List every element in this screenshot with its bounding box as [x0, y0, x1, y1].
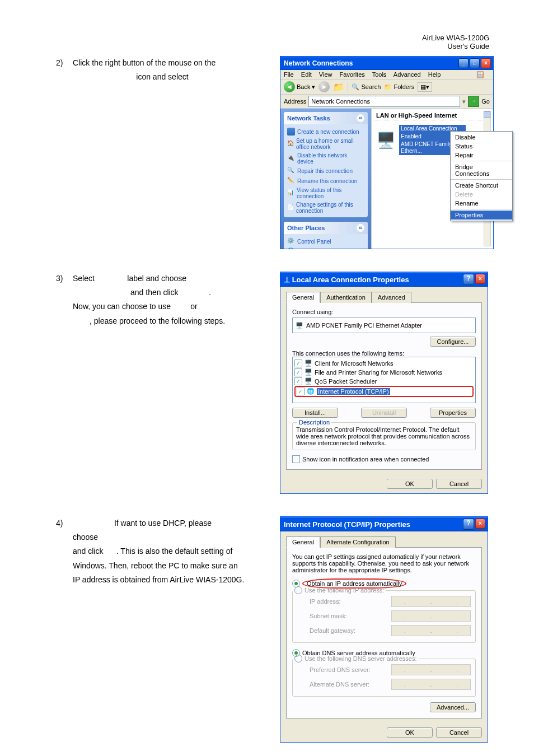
task-home-network[interactable]: 🏠Set up a home or small office network: [287, 137, 364, 151]
alt-dns-field: ...: [391, 679, 471, 690]
show-icon-label: Show icon in notification area when conn…: [302, 456, 429, 463]
step3-text: 3)Select label and choose and then click…: [56, 272, 269, 328]
item-tcpip[interactable]: Internet Protocol (TCP/IP): [317, 388, 390, 395]
other-places-header: Other Places: [287, 225, 325, 231]
task-disable-device[interactable]: 🔌Disable this network device: [287, 151, 364, 166]
tab-general[interactable]: General: [286, 536, 320, 548]
client-icon: 🖥️: [305, 360, 312, 367]
ctx-repair[interactable]: Repair: [451, 151, 512, 160]
step4-text: 4) If want to use DHCP, please choose an…: [56, 516, 269, 587]
checkbox-icon[interactable]: ✓: [294, 360, 302, 367]
task-pane: Network Tasks« Create a new connection 🏠…: [280, 109, 371, 249]
place-network-places[interactable]: 🌐My Network Places: [287, 246, 364, 249]
protocol-icon: 🌐: [307, 388, 315, 395]
menu-help[interactable]: Help: [428, 71, 441, 78]
connections-list: LAN or High-Speed Internet 🖥️ Local Area…: [371, 109, 493, 249]
close-button[interactable]: ×: [475, 519, 485, 529]
cancel-button[interactable]: Cancel: [436, 479, 482, 489]
radio-use-dns[interactable]: [294, 655, 302, 662]
views-button[interactable]: ▦▾: [418, 82, 432, 92]
collapse-icon[interactable]: «: [357, 224, 364, 232]
cancel-button[interactable]: Cancel: [436, 727, 482, 738]
forward-button[interactable]: ►: [318, 81, 330, 92]
ctx-shortcut[interactable]: Create Shortcut: [451, 181, 512, 190]
ok-button[interactable]: OK: [387, 479, 433, 489]
go-button[interactable]: →: [468, 96, 479, 107]
item-qos[interactable]: QoS Packet Scheduler: [315, 378, 377, 385]
help-button[interactable]: ?: [463, 274, 474, 285]
install-button[interactable]: Install...: [292, 408, 338, 418]
menu-edit[interactable]: Edit: [301, 71, 312, 78]
configure-button[interactable]: Configure...: [430, 337, 476, 347]
page-header: AirLive WIAS-1200G User's Guide: [56, 34, 489, 50]
home-icon: 🏠: [287, 140, 294, 148]
menu-view[interactable]: View: [319, 71, 332, 78]
minimize-button[interactable]: _: [458, 58, 469, 68]
ctx-bridge[interactable]: Bridge Connections: [451, 162, 512, 178]
search-button[interactable]: 🔍 Search: [352, 83, 381, 91]
product-name: AirLive WIAS-1200G: [56, 34, 489, 42]
ctx-delete: Delete: [451, 190, 512, 199]
back-button[interactable]: ◄Back ▾: [284, 81, 315, 92]
task-settings[interactable]: 📄Change settings of this connection: [287, 200, 364, 215]
gateway-label: Default gateway:: [310, 627, 355, 634]
ctx-rename[interactable]: Rename: [451, 199, 512, 208]
menu-tools[interactable]: Tools: [372, 71, 387, 78]
description-label: Description: [297, 419, 331, 426]
scrollbar-thumb[interactable]: [484, 111, 490, 118]
ok-button[interactable]: OK: [387, 727, 433, 738]
item-client[interactable]: Client for Microsoft Networks: [315, 360, 394, 367]
subnet-label: Subnet mask:: [310, 613, 347, 619]
menu-favorites[interactable]: Favorites: [340, 71, 365, 78]
network-places-icon: 🌐: [287, 248, 295, 249]
category-header: LAN or High-Speed Internet: [374, 111, 491, 120]
windows-flag-icon: 🪟: [476, 71, 484, 78]
checkbox-icon[interactable]: ✓: [297, 388, 305, 395]
advanced-button[interactable]: Advanced...: [430, 702, 476, 712]
task-status[interactable]: 📊View status of this connection: [287, 186, 364, 200]
connection-icon: ⊥: [284, 276, 290, 284]
network-connections-window: Network Connections _ □ × File Edit View…: [280, 56, 494, 249]
task-create-connection[interactable]: Create a new connection: [287, 127, 364, 137]
task-repair[interactable]: 🔍Repair this connection: [287, 166, 364, 176]
step3-num: 3): [56, 272, 73, 286]
up-button[interactable]: 📁: [333, 82, 344, 92]
item-fileprint[interactable]: File and Printer Sharing for Microsoft N…: [315, 369, 442, 376]
menu-advanced[interactable]: Advanced: [394, 71, 421, 78]
dialog-title: ⊥ Local Area Connection Properties: [284, 276, 409, 284]
ctx-status[interactable]: Status: [451, 142, 512, 151]
rename-icon: ✏️: [287, 177, 295, 185]
task-rename[interactable]: ✏️Rename this connection: [287, 176, 364, 186]
tab-advanced[interactable]: Advanced: [372, 292, 411, 303]
collapse-icon[interactable]: «: [357, 114, 364, 122]
radio-use-ip[interactable]: [294, 586, 302, 594]
tab-general[interactable]: General: [286, 292, 320, 303]
folders-button[interactable]: 📁 Folders: [384, 83, 414, 91]
close-button[interactable]: ×: [481, 58, 491, 68]
maximize-button[interactable]: □: [470, 58, 480, 68]
show-icon-checkbox[interactable]: [292, 455, 300, 463]
ctx-disable[interactable]: Disable: [451, 133, 512, 142]
address-input[interactable]: [308, 96, 460, 107]
ip-address-field: ...: [391, 596, 471, 607]
menubar: File Edit View Favorites Tools Advanced …: [280, 70, 493, 80]
settings-icon: 📄: [287, 204, 294, 212]
ip-address-label: IP address:: [310, 598, 340, 605]
ctx-properties[interactable]: Properties: [451, 211, 512, 220]
control-panel-icon: ⚙️: [287, 237, 295, 245]
close-button[interactable]: ×: [475, 274, 485, 284]
gateway-field: ...: [391, 625, 471, 636]
subnet-field: ...: [391, 610, 471, 622]
connect-using-label: Connect using:: [292, 309, 476, 315]
lan-properties-dialog: ⊥ Local Area Connection Properties ? × G…: [280, 272, 488, 494]
place-control-panel[interactable]: ⚙️Control Panel: [287, 236, 364, 246]
checkbox-icon[interactable]: ✓: [294, 368, 302, 376]
properties-button[interactable]: Properties: [430, 408, 476, 418]
tab-authentication[interactable]: Authentication: [320, 292, 372, 303]
tab-alternate[interactable]: Alternate Configuration: [320, 536, 396, 548]
menu-file[interactable]: File: [284, 71, 294, 78]
connection-icon: 🖥️: [376, 131, 396, 150]
checkbox-icon[interactable]: ✓: [294, 377, 302, 385]
use-ip-label: Use the following IP address:: [305, 587, 384, 594]
help-button[interactable]: ?: [463, 519, 474, 530]
